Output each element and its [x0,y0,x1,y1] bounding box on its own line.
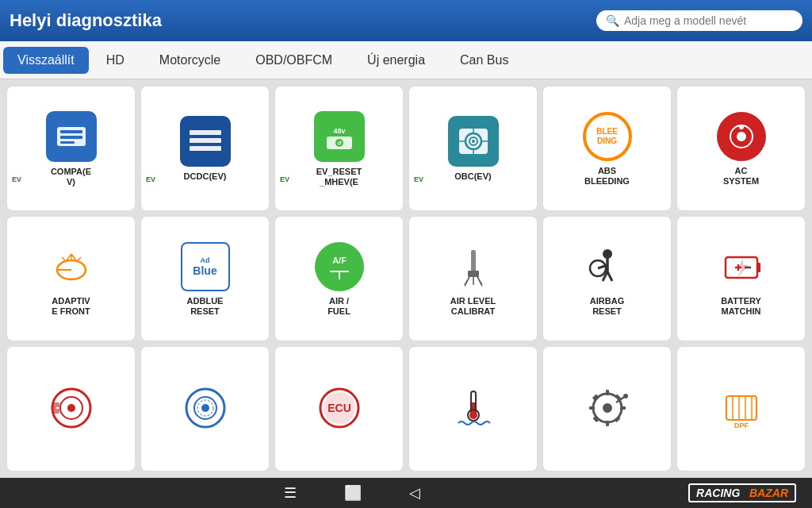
adblue-icon: Ad Blue [181,242,230,291]
grid-item-air-fuel[interactable]: A/F AIR /FUEL [274,216,404,341]
home-icon[interactable]: ⬜ [344,484,362,502]
obc-svg [453,121,494,162]
grid-item-abs-bleeding[interactable]: BLEEDING ABSBLEEDING [542,86,672,211]
tab-uj-energia[interactable]: Új energia [350,45,442,75]
compa-svg [51,116,92,157]
tab-motorcycle[interactable]: Motorcycle [142,45,238,75]
ecu-icon: ECU [315,383,364,433]
grid-item-dpf[interactable]: DPF [676,346,806,471]
nav-icons: ☰ ⬜ ◁ [16,484,688,502]
ac-system-label: ACSYSTEM [723,166,759,187]
airbag-reset-label: AIRBAGRESET [590,296,624,317]
svg-rect-71 [606,390,609,395]
battery-svg [721,246,762,287]
air-level-icon [449,242,498,291]
grid-item-compa-ev[interactable]: EV COMPA(EV) [6,86,136,211]
battery-match-label: BATTERYMATCHIN [721,296,761,317]
dcdc-icon [180,116,231,167]
ac-svg [726,121,757,152]
brand-logo: RACING BAZAR [688,483,796,502]
ecu-svg: ECU [318,387,361,429]
grid-item-blue-disc[interactable] [140,346,270,471]
temp-gauge-icon [449,383,498,433]
grid-item-ecu[interactable]: ECU [274,346,404,471]
function-grid: EV COMPA(EV) EV DCDC(EV) 48v ↺ EV [0,79,812,478]
svg-text:A/F: A/F [332,256,347,265]
app-header: Helyi diagnosztika 🔍 [0,0,812,41]
grid-item-adblue-reset[interactable]: Ad Blue ADBLUERESET [140,216,270,341]
search-icon: 🔍 [606,14,619,27]
brake-disc-icon [47,383,96,433]
svg-point-43 [603,249,612,259]
obc-label: OBC(EV) [454,171,491,182]
ev-badge-dcdc: EV [146,175,155,183]
svg-rect-74 [620,406,626,410]
svg-point-24 [737,132,746,141]
svg-text:48v: 48v [333,127,345,135]
app-title: Helyi diagnosztika [10,10,162,31]
tab-can-bus[interactable]: Can Bus [442,45,526,75]
svg-rect-6 [190,130,221,135]
airbag-icon [583,242,632,291]
brand-bazar: BAZAR [749,487,788,499]
svg-rect-8 [190,146,221,151]
grid-item-battery-match[interactable]: BATTERYMATCHIN [676,216,806,341]
abs-bleeding-label: ABSBLEEDING [584,166,630,187]
ac-icon [717,112,766,161]
air-level-label: AIR LEVELCALIBRAT [450,296,496,317]
dpf-icon: DPF [717,383,766,433]
dcdc-label: DCDC(EV) [184,171,227,182]
svg-point-57 [67,404,75,412]
svg-point-25 [739,125,744,129]
air-fuel-svg: A/F [322,249,357,284]
menu-icon[interactable]: ☰ [284,484,297,502]
svg-point-70 [603,403,612,413]
grid-item-brake-disc[interactable] [6,346,136,471]
compa-label: COMPA(EV) [51,167,91,187]
dpf-svg: DPF [720,387,763,429]
air-level-svg [454,247,493,287]
svg-rect-50 [757,263,760,272]
grid-item-temp-gauge[interactable] [408,346,538,471]
svg-rect-72 [606,421,609,426]
ev-reset-icon: 48v ↺ [314,111,365,162]
svg-rect-37 [468,271,479,277]
svg-point-68 [469,411,477,419]
ev-badge-obc: EV [414,175,423,183]
grid-item-ev-reset[interactable]: 48v ↺ EV EV_RESET_MHEV(E [274,86,404,211]
airbag-svg [587,246,628,287]
grid-item-airbag-reset[interactable]: AIRBAGRESET [542,216,672,341]
back-icon[interactable]: ◁ [409,484,420,502]
search-input[interactable] [624,14,793,27]
tab-hd[interactable]: HD [89,45,142,75]
blue-disc-icon [181,383,230,433]
battery-icon [717,242,766,291]
grid-item-ac-system[interactable]: ACSYSTEM [676,86,806,211]
grid-item-adaptive-front[interactable]: ADAPTIVE FRONT [6,216,136,341]
grid-item-obc-ev[interactable]: EV OBC(EV) [408,86,538,211]
compa-icon [46,111,97,162]
brand-racing: RACING [696,487,740,499]
gear-sensor-icon [583,383,632,433]
adaptive-icon [47,242,96,291]
tab-bar: Visszaállít HD Motorcycle OBD/OBFCM Új e… [0,41,812,79]
svg-rect-7 [190,138,221,143]
search-bar[interactable]: 🔍 [596,10,802,31]
tab-obd[interactable]: OBD/OBFCM [238,45,350,75]
grid-item-gear-sensor[interactable] [542,346,672,471]
svg-rect-73 [589,406,595,410]
svg-rect-36 [471,250,476,274]
adaptive-svg [51,246,92,287]
grid-item-air-level[interactable]: AIR LEVELCALIBRAT [408,216,538,341]
svg-point-60 [201,404,209,412]
svg-rect-2 [60,130,82,133]
air-fuel-label: AIR /FUEL [327,296,350,317]
adaptive-front-label: ADAPTIVE FRONT [52,296,90,317]
svg-line-48 [607,271,612,281]
ev-badge-compa: EV [12,175,21,183]
svg-rect-3 [60,136,82,139]
tab-visszaaallit[interactable]: Visszaállít [3,47,89,74]
grid-item-dcdc-ev[interactable]: EV DCDC(EV) [140,86,270,211]
svg-point-18 [472,140,475,143]
ev-badge-reset: EV [280,175,289,183]
